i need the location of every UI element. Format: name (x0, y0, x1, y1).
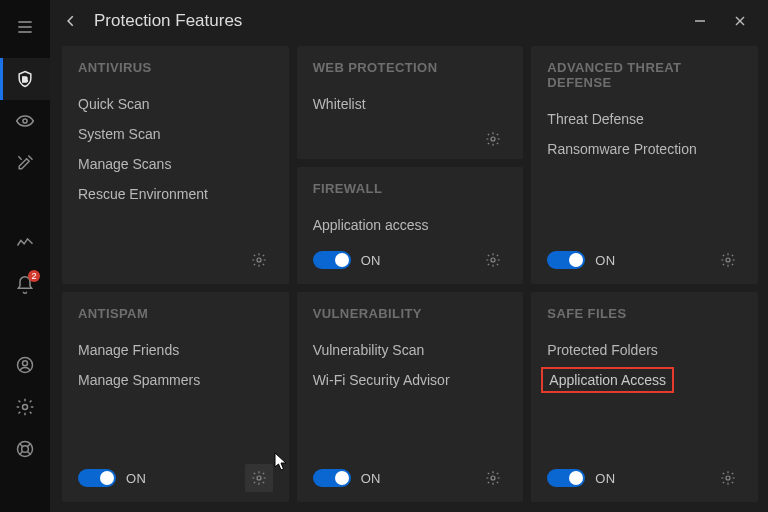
hamburger-icon[interactable] (0, 6, 50, 48)
svg-point-7 (23, 405, 28, 410)
vulnerability-toggle[interactable]: ON (313, 469, 381, 487)
toggle-label: ON (361, 471, 381, 486)
card-antispam: ANTISPAM Manage Friends Manage Spammers … (62, 292, 289, 502)
card-title: ANTIVIRUS (78, 60, 273, 75)
firewall-app-access[interactable]: Application access (313, 210, 508, 240)
firewall-toggle[interactable]: ON (313, 251, 381, 269)
app-root: B 2 Protection (0, 0, 768, 512)
antivirus-system-scan[interactable]: System Scan (78, 119, 273, 149)
col-web-firewall: WEB PROTECTION Whitelist FIREWALL Applic… (297, 46, 524, 284)
back-button[interactable] (58, 8, 84, 34)
svg-point-20 (726, 258, 730, 262)
svg-point-22 (491, 476, 495, 480)
toggle-label: ON (595, 253, 615, 268)
gear-icon[interactable] (714, 246, 742, 274)
toggle-switch[interactable] (547, 251, 585, 269)
advthreat-ransomware[interactable]: Ransomware Protection (547, 134, 742, 164)
gear-icon[interactable] (714, 464, 742, 492)
safefiles-protected-folders[interactable]: Protected Folders (547, 335, 742, 365)
card-title: SAFE FILES (547, 306, 742, 321)
gear-icon[interactable] (245, 246, 273, 274)
toggle-switch[interactable] (547, 469, 585, 487)
minimize-button[interactable] (680, 8, 720, 34)
svg-point-23 (726, 476, 730, 480)
webprotection-whitelist[interactable]: Whitelist (313, 89, 508, 119)
notification-badge: 2 (28, 270, 40, 282)
main-pane: Protection Features ANTIVIRUS Quick Scan… (50, 0, 768, 512)
vuln-wifi-advisor[interactable]: Wi-Fi Security Advisor (313, 365, 508, 395)
card-web-protection: WEB PROTECTION Whitelist (297, 46, 524, 159)
antispam-toggle[interactable]: ON (78, 469, 146, 487)
gear-icon[interactable] (479, 246, 507, 274)
card-title: VULNERABILITY (313, 306, 508, 321)
toggle-label: ON (126, 471, 146, 486)
sidebar-item-activity[interactable] (0, 222, 50, 264)
svg-point-4 (23, 119, 27, 123)
page-title: Protection Features (94, 11, 242, 31)
card-vulnerability: VULNERABILITY Vulnerability Scan Wi-Fi S… (297, 292, 524, 502)
gear-icon[interactable] (245, 464, 273, 492)
card-title: ANTISPAM (78, 306, 273, 321)
card-antivirus: ANTIVIRUS Quick Scan System Scan Manage … (62, 46, 289, 284)
svg-point-21 (257, 476, 261, 480)
gear-icon[interactable] (479, 464, 507, 492)
close-button[interactable] (720, 8, 760, 34)
gear-icon[interactable] (479, 125, 507, 153)
antivirus-rescue-env[interactable]: Rescue Environment (78, 179, 273, 209)
sidebar-item-privacy[interactable] (0, 100, 50, 142)
sidebar: B 2 (0, 0, 50, 512)
card-firewall: FIREWALL Application access ON (297, 167, 524, 284)
card-title: WEB PROTECTION (313, 60, 508, 75)
sidebar-item-protection[interactable]: B (0, 58, 50, 100)
safefiles-toggle[interactable]: ON (547, 469, 615, 487)
card-advanced-threat: ADVANCED THREAT DEFENSE Threat Defense R… (531, 46, 758, 284)
toggle-switch[interactable] (313, 251, 351, 269)
antivirus-manage-scans[interactable]: Manage Scans (78, 149, 273, 179)
card-title: ADVANCED THREAT DEFENSE (547, 60, 742, 90)
sidebar-item-notifications[interactable]: 2 (0, 264, 50, 306)
sidebar-item-tools[interactable] (0, 142, 50, 184)
svg-point-18 (491, 137, 495, 141)
advthreat-threat-defense[interactable]: Threat Defense (547, 104, 742, 134)
svg-point-19 (491, 258, 495, 262)
antispam-manage-friends[interactable]: Manage Friends (78, 335, 273, 365)
advthreat-toggle[interactable]: ON (547, 251, 615, 269)
antivirus-quick-scan[interactable]: Quick Scan (78, 89, 273, 119)
card-safe-files: SAFE FILES Protected Folders Application… (531, 292, 758, 502)
svg-point-9 (22, 446, 29, 453)
titlebar: Protection Features (50, 0, 768, 42)
svg-point-17 (257, 258, 261, 262)
svg-text:B: B (22, 75, 28, 84)
card-title: FIREWALL (313, 181, 508, 196)
sidebar-item-account[interactable] (0, 344, 50, 386)
antispam-manage-spammers[interactable]: Manage Spammers (78, 365, 273, 395)
sidebar-item-settings[interactable] (0, 386, 50, 428)
svg-point-6 (23, 361, 28, 366)
toggle-switch[interactable] (313, 469, 351, 487)
toggle-switch[interactable] (78, 469, 116, 487)
sidebar-item-support[interactable] (0, 428, 50, 470)
vuln-scan[interactable]: Vulnerability Scan (313, 335, 508, 365)
toggle-label: ON (595, 471, 615, 486)
safefiles-application-access[interactable]: Application Access (541, 367, 674, 393)
toggle-label: ON (361, 253, 381, 268)
card-grid: ANTIVIRUS Quick Scan System Scan Manage … (50, 42, 768, 512)
